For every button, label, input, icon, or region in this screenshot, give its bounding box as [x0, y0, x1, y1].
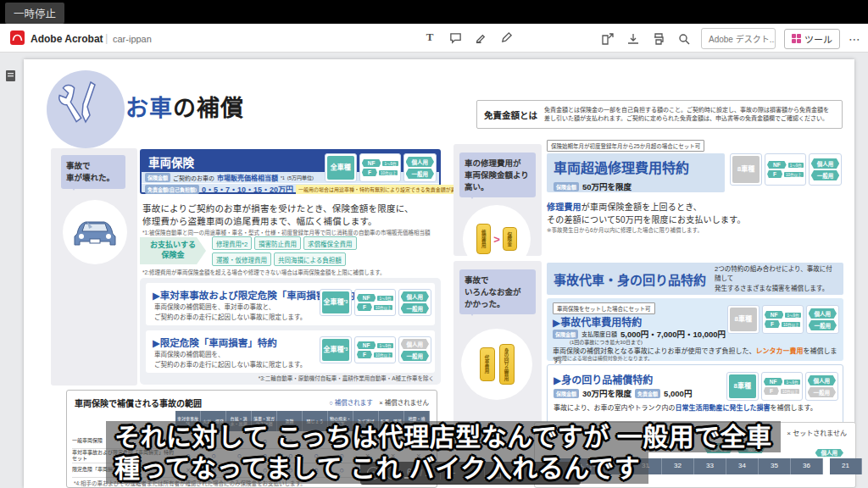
- payment-chip: 共同海損による負担額: [274, 252, 346, 266]
- annotation-tools: T: [422, 30, 514, 45]
- belongings-title: ▶身の回り品補償特約: [554, 372, 653, 386]
- badge-f: F: [357, 351, 372, 358]
- excess-desc-1: 修理費用が車両保険金額を上回るとき、: [547, 200, 702, 213]
- rental-titlebar: 事故代車・身の回り品特約 2つの特約の組み合わせにより、事故に付随して発生するさ…: [547, 263, 843, 295]
- toolbar-right: Adobe デスクト... ツール ⋯: [599, 28, 861, 49]
- belongings-badges: 8車種 NF1〜9台 F10台以上 個人用 一般用: [726, 372, 838, 401]
- excess-tag: 保険始期年月が初度登録年月から25か月超の場合にセット可: [547, 140, 704, 152]
- more-options-icon[interactable]: ⋯: [849, 32, 861, 46]
- badge-all-vehicles: 全車種*3: [322, 291, 349, 313]
- rider1-badges: 全車種*3 NF1〜9台 F10台以上 個人用 一般用: [320, 289, 431, 316]
- riders-panel: ▶車対車事故および限定危険「車両損害」特約 車両保険の補償範囲を、車対車の事故と…: [140, 278, 441, 385]
- badge-nf: NF: [764, 378, 783, 385]
- badge-personal: 個人用: [406, 157, 435, 167]
- excess-badges: 8車種 NF1〜9台 F10台以上 個人用 一般用: [730, 153, 842, 186]
- pen-icon[interactable]: [498, 30, 514, 45]
- add-text-icon[interactable]: T: [422, 30, 437, 45]
- payment-chip: 損害防止費用: [254, 236, 301, 250]
- tools-grid-icon: [792, 34, 801, 43]
- badge-personal: 個人用: [808, 375, 837, 385]
- badge-general: 一般用: [811, 170, 840, 180]
- excess-note: ※事故発生日から6か月以内に修理した場合に限り補償します。: [547, 225, 703, 234]
- payment-chip: 修理費用*2: [212, 236, 252, 250]
- payment-chip: 求償権保全費用: [303, 236, 357, 250]
- badge-all-vehicles: 全車種: [327, 156, 354, 180]
- acrobat-toolbar: Adobe Acrobat | car-ippan T Adobe デスクト..…: [0, 24, 868, 53]
- set-code: 35: [759, 458, 791, 474]
- badge-general: 一般用: [401, 351, 430, 361]
- coins-illustration-2: 代車費用 身の回り品費用: [461, 329, 532, 400]
- rental-sub1-title: ▶事故代車費用特約: [553, 314, 642, 329]
- badge-eight-vehicles: 8車種: [732, 156, 760, 183]
- payment-items: 修理費用*2損害防止費用求償権保全費用運搬・仮修理費用共同海損による負担額: [212, 236, 415, 266]
- badge-general: 一般用: [809, 320, 837, 330]
- tools-button[interactable]: ツール: [784, 29, 840, 49]
- file-name: car-ippan: [113, 34, 152, 44]
- belongings-desc: 事故により、お車の室内やトランク内の日常生活用動産に発生した損害を補償します。: [554, 402, 817, 412]
- share-icon[interactable]: [599, 30, 616, 47]
- badge-all-vehicles: 全車種*3: [322, 339, 349, 361]
- set-code: 21: [830, 458, 862, 474]
- vehicle-insurance-box: 車両保険 保険金額 ご契約のお車の市場販売価格相当額*1 (5万円単位) 免責金…: [140, 149, 441, 194]
- set-code: 34: [726, 458, 759, 474]
- rider-box-1: ▶車対車事故および限定危険「車両損害」特約 車両保険の補償範囲を、車対車の事故と…: [146, 283, 435, 325]
- title-circle: [47, 70, 125, 148]
- badge-nf: NF: [357, 294, 376, 302]
- badge-personal: 個人用: [815, 449, 844, 457]
- page-panel-icon[interactable]: [5, 69, 17, 82]
- badge-f-disabled: F: [764, 387, 779, 395]
- badge-f: F: [765, 320, 780, 328]
- repair-cost-bubble: 車の修理費用が車両保険金額より高い。: [459, 152, 536, 197]
- print-icon[interactable]: [650, 30, 667, 47]
- page-title: お車の補償: [125, 90, 244, 123]
- badge-nf: NF: [767, 161, 787, 169]
- payment-chip: 運搬・仮修理費用: [212, 252, 271, 266]
- excess-desc-2: その差額について50万円を限度にお支払いします。: [547, 213, 746, 225]
- badge-general: 一般用: [406, 169, 435, 179]
- acrobat-logo-icon[interactable]: [10, 30, 25, 45]
- rental-sub1-note: ※故障による場合は補償対象外となります。: [553, 354, 653, 362]
- screen: Adobe Acrobat | car-ippan T Adobe デスクト..…: [0, 0, 868, 488]
- set-code: 32: [662, 458, 694, 474]
- rental-sub1-tag: 車両保険をセットした場合にセット可: [553, 302, 655, 314]
- badge-personal: 個人用: [809, 308, 837, 319]
- rider-box-2: ▶限定危険「車両損害」特約 車両保険の補償範囲を、ご契約のお車の走行に起因しない…: [146, 330, 435, 373]
- highlighter-icon[interactable]: [473, 30, 488, 45]
- footnote-2: *2:修理費用が車両保険金額を超える場合や修理できない場合は車両保険金額を上限に…: [142, 268, 386, 276]
- badge-general-disabled: 一般用: [808, 387, 837, 397]
- badge-eight-vehicles: 8車種: [730, 308, 757, 331]
- damaged-car-illustration: [63, 200, 127, 264]
- accident-bubble: 事故で車が壊れた。: [61, 155, 125, 189]
- rental-sub1-panel: 車両保険をセットした場合にセット可 ▶事故代車費用特約 保険金額 支払限度日額 …: [547, 298, 843, 361]
- footnote-3: *3:二輪自動車・原動機付自転車・農耕作業用自動車・A種工作車を除く: [259, 374, 434, 382]
- footnote-1: *1:被保険自動車と同一の用途車種・車名・型式・仕様・初度登録年月等で同じ消耗度…: [142, 228, 430, 236]
- download-icon[interactable]: [625, 30, 642, 47]
- payment-label: お支払いする保険金: [140, 237, 206, 264]
- badge-general: 一般用: [401, 303, 430, 313]
- badge-personal: 個人用: [401, 291, 430, 302]
- app-name: Adobe Acrobat: [31, 33, 103, 45]
- badge-personal-disabled: 個人用: [401, 339, 430, 349]
- search-icon[interactable]: [676, 30, 693, 47]
- vehicle-badges: 全車種 NF1〜9台 F10台以上 個人用 一般用: [325, 153, 437, 182]
- rider2-badges: 全車種*3 NF1〜9台 F10台以上 個人用 一般用: [320, 336, 431, 363]
- pause-button[interactable]: 一時停止: [5, 3, 64, 24]
- badge-f: F: [767, 170, 782, 178]
- adobe-desktop-button[interactable]: Adobe デスクト...: [701, 28, 776, 49]
- badge-nf: NF: [765, 311, 784, 319]
- badge-personal: 個人用: [811, 158, 840, 169]
- subtitle-line-1: それに対して こっちは代理店型なんですが 一般用で全車: [106, 421, 781, 452]
- vehicle-desc-1: 事故によりご契約のお車が損害を受けたとき、保険金額を限度に、: [142, 202, 414, 214]
- comment-icon[interactable]: [448, 30, 463, 45]
- rental-sub1-badges: 8車種 NF1〜9台 F10台以上 個人用 一般用: [727, 305, 839, 334]
- divider: |: [105, 31, 108, 44]
- set-code: 36: [791, 458, 823, 474]
- money-bubble: 事故でいろんなお金がかかった。: [459, 269, 536, 314]
- badge-nf: NF: [357, 341, 376, 349]
- belongings-panel: ▶身の回り品補償特約 保険金額30万円を限度 免責金額5,000円 事故により、…: [547, 364, 843, 429]
- vehicle-desc-2: 修理費から盗難車両の追尾費用まで、幅広く補償します。: [142, 214, 377, 227]
- video-top-bar: 一時停止: [0, 0, 868, 24]
- badge-eight-vehicles: 8車種: [729, 374, 756, 398]
- excess-titlebar: 車両超過修理費用特約 保険金額 50万円を限度: [547, 153, 725, 192]
- badge-f: F: [362, 169, 377, 176]
